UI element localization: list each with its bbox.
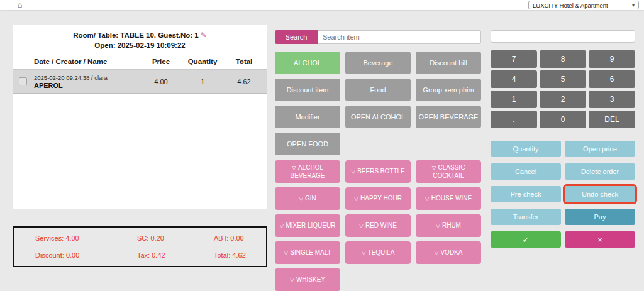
category-open-beverage[interactable]: OPEN BEVERAGE [416, 106, 481, 128]
subcategory-happy-hour[interactable]: ▽HAPPY HOUR [345, 187, 411, 210]
order-row[interactable]: 2025-02-20 09:24:38 / clara APEROL 4.00 … [13, 70, 267, 94]
numpad-panel: 7 8 9 4 5 6 1 2 3 . 0 DEL Quantity Open … [491, 30, 635, 248]
summary-sc: SC: 0.20 [137, 234, 214, 242]
category-grid: ALCHOL Beverage Discount bill Discount i… [275, 52, 481, 155]
key-9[interactable]: 9 [589, 50, 635, 68]
pay-button[interactable]: Pay [565, 209, 635, 225]
subcategory-single-malt[interactable]: ▽SINGLE MALT [275, 241, 340, 264]
category-beverage[interactable]: Beverage [345, 52, 411, 74]
triangle-down-icon: ▽ [436, 222, 440, 229]
key-3[interactable]: 3 [589, 91, 635, 108]
subcategory-whiskey[interactable]: ▽WHISKEY [275, 268, 340, 291]
row-meta: 2025-02-20 09:24:38 / clara [34, 74, 142, 81]
summary-abt: ABT: 0.00 [214, 234, 260, 242]
subcategory-label: RED WINE [365, 222, 397, 229]
triangle-down-icon: ▽ [359, 222, 364, 229]
key-dot[interactable]: . [491, 111, 537, 128]
close-icon: × [597, 235, 602, 244]
catalog-panel: Search ALCHOL Beverage Discount bill Dis… [275, 30, 481, 291]
cancel-button[interactable]: Cancel [491, 163, 561, 180]
order-panel: Room/ Table: TABLE 10. Guest.No: 1✎ Open… [13, 25, 267, 209]
triangle-down-icon: ▽ [354, 195, 358, 202]
subcategory-grid: ▽ALCHOL BEVERAGE ▽BEERS BOTTLE ▽CLASSIC … [275, 160, 481, 291]
subcategory-label: MIXER LIQUEUR [286, 222, 336, 229]
totals-summary: Services: 4.00 SC: 0.20 ABT: 0.00 Discou… [13, 226, 267, 267]
triangle-down-icon: ▽ [432, 165, 436, 171]
column-quantity: Quantity [180, 58, 225, 65]
summary-total: Total: 4.62 [214, 251, 260, 259]
triangle-down-icon: ▽ [425, 195, 430, 202]
close-button[interactable]: × [565, 231, 635, 248]
category-group-xem-phim[interactable]: Group xem phim [416, 79, 481, 101]
delete-order-button[interactable]: Delete order [565, 163, 635, 180]
category-discount-item[interactable]: Discount item [275, 79, 340, 101]
amount-input[interactable] [491, 30, 635, 43]
subcategory-classic-cocktail[interactable]: ▽CLASSIC COCKTAIL [416, 160, 481, 183]
confirm-button[interactable]: ✓ [491, 231, 561, 248]
scrollbar[interactable] [265, 88, 265, 207]
room-table-title: Room/ Table: TABLE 10. Guest.No: 1 [73, 31, 199, 39]
undo-check-button[interactable]: Undo check [565, 186, 635, 202]
category-open-food[interactable]: OPEN FOOD [275, 133, 340, 155]
search-bar: Search [275, 30, 481, 44]
edit-icon[interactable]: ✎ [201, 31, 207, 40]
subcategory-label: RHUM [442, 222, 461, 229]
triangle-down-icon: ▽ [435, 250, 439, 256]
triangle-down-icon: ▽ [299, 195, 303, 202]
row-item: 2025-02-20 09:24:38 / clara APEROL [34, 74, 142, 89]
key-1[interactable]: 1 [491, 91, 537, 108]
key-5[interactable]: 5 [540, 70, 586, 88]
order-table-header: Date / Creator / Name Price Quantity Tot… [13, 54, 267, 70]
order-header: Room/ Table: TABLE 10. Guest.No: 1✎ Open… [13, 25, 267, 54]
subcategory-label: CLASSIC COCKTAIL [433, 164, 465, 180]
subcategory-alchol-beverage[interactable]: ▽ALCHOL BEVERAGE [275, 160, 340, 183]
subcategory-label: HAPPY HOUR [360, 195, 402, 202]
subcategory-vodka[interactable]: ▽VODKA [416, 241, 481, 264]
column-price: Price [142, 58, 180, 65]
venue-selector-value: LUXCITY Hotel & Apartment [533, 2, 608, 9]
category-discount-bill[interactable]: Discount bill [416, 52, 481, 74]
key-2[interactable]: 2 [540, 91, 586, 108]
key-del[interactable]: DEL [589, 111, 635, 128]
subcategory-label: SINGLE MALT [290, 249, 331, 256]
quantity-button[interactable]: Quantity [491, 141, 561, 157]
subcategory-label: BEERS BOTTLE [357, 168, 405, 175]
open-price-button[interactable]: Open price [565, 141, 635, 157]
subcategory-label: GIN [305, 195, 316, 202]
subcategory-rhum[interactable]: ▽RHUM [416, 214, 481, 237]
subcategory-house-wine[interactable]: ▽HOUSE WINE [416, 187, 481, 210]
row-checkbox[interactable] [19, 77, 27, 85]
venue-selector[interactable]: LUXCITY Hotel & Apartment ▾ [528, 1, 639, 9]
key-7[interactable]: 7 [491, 50, 537, 68]
row-item-name: APEROL [34, 82, 142, 89]
action-buttons: Quantity Open price Cancel Delete order … [491, 141, 635, 248]
key-4[interactable]: 4 [491, 70, 537, 88]
column-total: Total [225, 58, 263, 65]
triangle-down-icon: ▽ [362, 250, 366, 256]
transfer-button[interactable]: Transfer [491, 209, 561, 225]
triangle-down-icon: ▽ [351, 168, 355, 175]
subcategory-mixer-liqueur[interactable]: ▽MIXER LIQUEUR [275, 214, 340, 237]
key-0[interactable]: 0 [540, 111, 586, 128]
subcategory-gin[interactable]: ▽GIN [275, 187, 340, 210]
key-8[interactable]: 8 [540, 50, 586, 68]
triangle-down-icon: ▽ [284, 250, 288, 256]
subcategory-label: TEQUILA [368, 249, 395, 256]
triangle-down-icon: ▽ [280, 222, 284, 229]
subcategory-beers-bottle[interactable]: ▽BEERS BOTTLE [345, 160, 411, 183]
subcategory-red-wine[interactable]: ▽RED WINE [345, 214, 411, 237]
category-modifier[interactable]: Modifier [275, 106, 340, 128]
subcategory-tequila[interactable]: ▽TEQUILA [345, 241, 411, 264]
column-name: Date / Creator / Name [34, 58, 142, 65]
subcategory-label: HOUSE WINE [431, 195, 472, 202]
search-input[interactable] [318, 30, 481, 44]
row-total: 4.62 [225, 78, 263, 85]
key-6[interactable]: 6 [589, 70, 635, 88]
category-open-alcohol[interactable]: OPEN ALCOHOL [345, 106, 411, 128]
search-button[interactable]: Search [275, 30, 318, 44]
home-icon[interactable]: ⌂ [18, 1, 22, 9]
pre-check-button[interactable]: Pre check [491, 186, 561, 202]
category-food[interactable]: Food [345, 79, 411, 101]
category-alchol[interactable]: ALCHOL [275, 52, 340, 74]
open-time: Open: 2025-02-19 10:09:22 [13, 40, 267, 50]
